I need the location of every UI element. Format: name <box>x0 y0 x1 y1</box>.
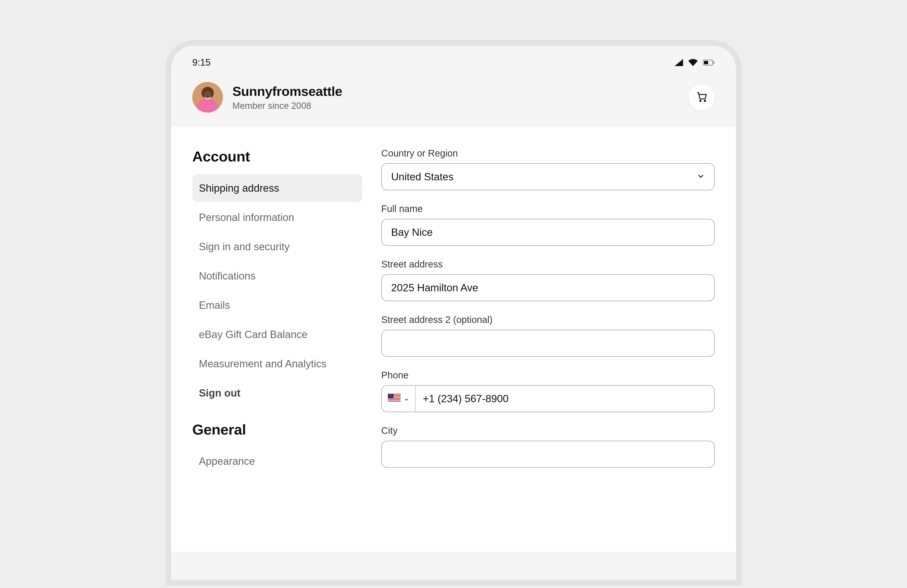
svg-point-6 <box>204 91 212 99</box>
country-select[interactable]: United States <box>381 163 715 190</box>
street1-label: Street address <box>381 259 715 270</box>
country-label: Country or Region <box>381 148 715 159</box>
phone-input[interactable] <box>423 393 707 404</box>
svg-point-8 <box>704 100 705 102</box>
cellular-icon <box>675 59 683 66</box>
member-since: Member since 2008 <box>232 101 689 111</box>
flag-us-icon <box>388 393 401 404</box>
profile-header: Sunnyfromseattle Member since 2008 <box>171 77 736 127</box>
svg-rect-13 <box>388 399 401 399</box>
content-body: Account Shipping address Personal inform… <box>171 127 736 552</box>
sidebar-heading-general: General <box>192 421 362 438</box>
svg-rect-16 <box>388 394 394 398</box>
wifi-icon <box>688 59 698 66</box>
street2-input[interactable] <box>391 337 705 349</box>
svg-rect-14 <box>388 400 401 401</box>
phone-label: Phone <box>381 370 715 380</box>
cart-icon <box>696 91 707 103</box>
sidebar-item-gift-card-balance[interactable]: eBay Gift Card Balance <box>192 321 362 348</box>
device-frame: 9:15 <box>165 40 742 585</box>
sidebar: Account Shipping address Personal inform… <box>192 148 362 552</box>
sidebar-item-appearance[interactable]: Appearance <box>192 447 362 475</box>
street1-input[interactable] <box>391 282 705 294</box>
sidebar-item-notifications[interactable]: Notifications <box>192 262 362 290</box>
username: Sunnyfromseattle <box>232 83 689 99</box>
sidebar-item-measurement-analytics[interactable]: Measurement and Analytics <box>192 350 362 378</box>
fullname-input[interactable] <box>391 226 705 238</box>
cart-button[interactable] <box>689 84 715 110</box>
shipping-address-form: Country or Region United States Full nam… <box>381 148 715 552</box>
sidebar-item-sign-in-security[interactable]: Sign in and security <box>192 233 362 260</box>
svg-rect-2 <box>713 61 714 64</box>
sidebar-item-sign-out[interactable]: Sign out <box>192 379 362 407</box>
battery-icon <box>703 59 715 66</box>
sidebar-item-emails[interactable]: Emails <box>192 291 362 319</box>
svg-point-7 <box>700 100 701 102</box>
status-time: 9:15 <box>192 57 211 68</box>
fullname-label: Full name <box>381 203 715 214</box>
chevron-down-icon <box>404 393 409 404</box>
street2-label: Street address 2 (optional) <box>381 315 715 325</box>
sidebar-item-shipping-address[interactable]: Shipping address <box>192 174 362 202</box>
avatar[interactable] <box>192 82 223 113</box>
sidebar-item-personal-information[interactable]: Personal information <box>192 203 362 231</box>
country-value: United States <box>391 171 454 183</box>
city-label: City <box>381 425 715 436</box>
chevron-down-icon <box>697 171 705 183</box>
sidebar-heading-account: Account <box>192 148 362 165</box>
svg-rect-15 <box>388 401 401 402</box>
phone-country-select[interactable] <box>382 386 416 412</box>
status-icons <box>675 59 715 66</box>
svg-rect-1 <box>704 61 708 64</box>
city-input[interactable] <box>391 448 705 460</box>
status-bar: 9:15 <box>171 46 736 77</box>
